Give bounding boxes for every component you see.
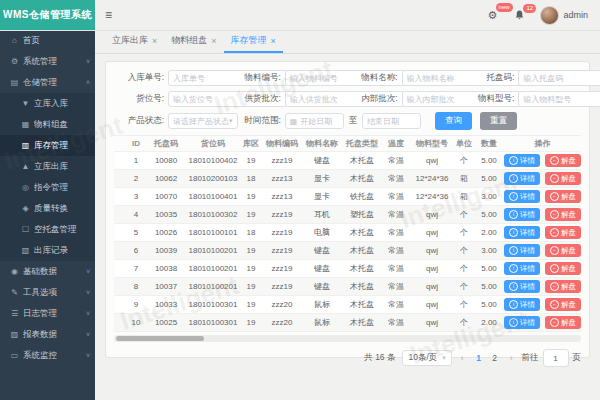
product-status-select[interactable]: 请选择产品状态 ▾ <box>168 113 238 129</box>
sidebar-item-label: 报表数据 <box>23 329 57 341</box>
sidebar-item-label: 立库出库 <box>34 161 68 173</box>
hamburger-icon[interactable]: ≡ <box>105 8 112 22</box>
detail-button[interactable]: i详情 <box>504 208 540 221</box>
sidebar-item[interactable]: ⌂首页 <box>0 30 95 51</box>
row-actions: i详情−解盘 <box>504 208 581 221</box>
horizontal-scrollbar[interactable] <box>114 335 581 342</box>
bell-button[interactable]: 12 <box>515 10 524 20</box>
filter-input[interactable] <box>518 91 600 107</box>
tab-item[interactable]: 物料组盘× <box>164 30 223 53</box>
table-cell: 木托盘 <box>342 155 382 166</box>
sidebar-subitem[interactable]: ▲立库出库 <box>0 156 95 177</box>
close-icon[interactable]: × <box>152 36 157 46</box>
info-icon: i <box>509 318 518 327</box>
goto-page-input[interactable] <box>543 349 569 367</box>
detail-button[interactable]: i详情 <box>504 226 540 239</box>
avatar[interactable] <box>540 6 559 25</box>
sidebar-item[interactable]: ⚙系统管理˅ <box>0 51 95 72</box>
start-date-input[interactable]: ▦ 开始日期 <box>285 113 344 129</box>
table-cell: 19 <box>240 192 262 201</box>
sidebar-item[interactable]: ▨报表数据˅ <box>0 324 95 345</box>
table-cell: qwj <box>410 156 454 165</box>
next-page-button[interactable]: › <box>508 353 515 363</box>
table-cell: 箱 <box>454 191 474 202</box>
table-cell: 木托盘 <box>342 227 382 238</box>
info-icon: i <box>509 246 518 255</box>
sidebar-subitem[interactable]: ☐空托盘管理 <box>0 219 95 240</box>
sidebar-item[interactable]: ◉基础数据˅ <box>0 261 95 282</box>
table-cell: 常温 <box>382 281 410 292</box>
sidebar-subitem[interactable]: ▥库存管理 <box>0 135 95 156</box>
sidebar-item[interactable]: ▤仓储管理˄ <box>0 72 95 93</box>
detail-button[interactable]: i详情 <box>504 262 540 275</box>
table-cell: 键盘 <box>302 155 342 166</box>
tab-label: 立库出库 <box>112 34 148 47</box>
detail-button[interactable]: i详情 <box>504 172 540 185</box>
unbind-button[interactable]: −解盘 <box>545 154 581 167</box>
table-cell: 键盘 <box>302 263 342 274</box>
table-row: 10100251801010030119zzz20鼠标木托盘常温qwj个2.00… <box>114 314 581 332</box>
detail-button-label: 详情 <box>520 192 535 202</box>
close-icon[interactable]: × <box>211 36 216 46</box>
sidebar-item[interactable]: ☰日志管理˅ <box>0 303 95 324</box>
unbind-button[interactable]: −解盘 <box>545 280 581 293</box>
tab-item[interactable]: 立库出库× <box>105 30 164 53</box>
column-header: 库区 <box>240 138 262 149</box>
sidebar-item[interactable]: ✎工具选项˅ <box>0 282 95 303</box>
sidebar-item[interactable]: ▭系统监控˅ <box>0 345 95 366</box>
column-header: 数量 <box>474 138 504 149</box>
bell-icon <box>515 10 524 20</box>
command-icon: ◎ <box>20 183 31 192</box>
detail-button[interactable]: i详情 <box>504 298 540 311</box>
tab-item[interactable]: 库存管理× <box>224 30 283 53</box>
table-cell: 5.00 <box>474 174 504 183</box>
home-icon: ⌂ <box>9 36 20 45</box>
unbind-button[interactable]: −解盘 <box>545 298 581 311</box>
sidebar-subitem[interactable]: ▼立库入库 <box>0 93 95 114</box>
log-icon: ☰ <box>9 309 20 318</box>
table-cell: 常温 <box>382 173 410 184</box>
table-cell: 常温 <box>382 263 410 274</box>
filter-input[interactable] <box>518 70 600 86</box>
page-size-select[interactable]: 10条/页 ▾ <box>402 350 451 366</box>
table-cell: 常温 <box>382 245 410 256</box>
detail-button[interactable]: i详情 <box>504 190 540 203</box>
table-cell: 19 <box>240 210 262 219</box>
detail-button[interactable]: i详情 <box>504 316 540 329</box>
sidebar-subitem[interactable]: ▦物料组盘 <box>0 114 95 135</box>
unbind-button[interactable]: −解盘 <box>545 190 581 203</box>
reset-button[interactable]: 重置 <box>480 112 517 130</box>
end-date-input[interactable]: 结束日期 <box>362 113 421 129</box>
table-cell: 18 <box>240 228 262 237</box>
table-cell: 18010100301 <box>186 318 240 327</box>
sidebar-subitem[interactable]: ◈质量转换 <box>0 198 95 219</box>
detail-button[interactable]: i详情 <box>504 244 540 257</box>
table-cell: zzz13 <box>262 192 302 201</box>
table-cell: 显卡 <box>302 173 342 184</box>
unbind-button[interactable]: −解盘 <box>545 262 581 275</box>
sidebar-item-label: 首页 <box>23 35 40 47</box>
table-cell: zzz19 <box>262 228 302 237</box>
table-cell: 8 <box>126 282 146 291</box>
unbind-button[interactable]: −解盘 <box>545 244 581 257</box>
unbind-button[interactable]: −解盘 <box>545 316 581 329</box>
detail-button[interactable]: i详情 <box>504 280 540 293</box>
close-icon[interactable]: × <box>271 36 276 46</box>
sidebar-subitem[interactable]: ▧出库记录 <box>0 240 95 261</box>
unbind-button[interactable]: −解盘 <box>545 226 581 239</box>
search-button[interactable]: 查询 <box>435 112 472 130</box>
table-cell: 5.00 <box>474 156 504 165</box>
unbind-button[interactable]: −解盘 <box>545 172 581 185</box>
page-number[interactable]: 1 <box>473 353 485 363</box>
detail-button[interactable]: i详情 <box>504 154 540 167</box>
detail-button-label: 详情 <box>520 246 535 256</box>
sidebar-subitem[interactable]: ◎指令管理 <box>0 177 95 198</box>
gear-button[interactable]: ⚙new <box>488 9 498 22</box>
time-range-field: 时间范围: ▦ 开始日期 至 结束日期 <box>231 113 427 129</box>
scrollbar-thumb[interactable] <box>116 336 204 341</box>
page-number[interactable]: 2 <box>489 353 501 363</box>
table-cell: zzz19 <box>262 246 302 255</box>
unbind-button[interactable]: −解盘 <box>545 208 581 221</box>
prev-page-button[interactable]: ‹ <box>459 353 466 363</box>
table-cell: 9 <box>126 300 146 309</box>
